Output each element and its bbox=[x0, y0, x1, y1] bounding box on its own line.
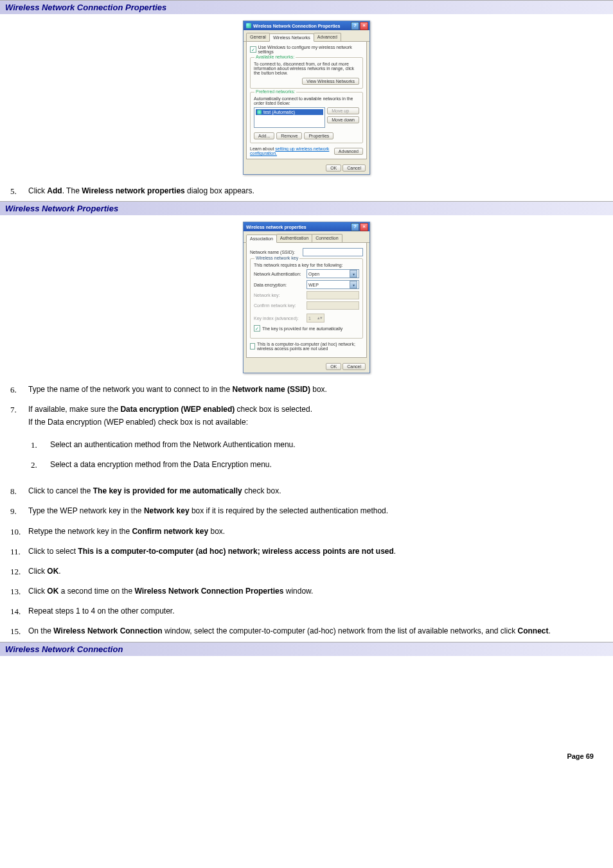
step-9: 9. Type the WEP network key in the Netwo… bbox=[0, 501, 613, 521]
tab-page: ✓ Use Windows to configure my wireless n… bbox=[246, 42, 367, 159]
wireless-icon bbox=[246, 23, 251, 28]
preferred-legend: Preferred networks: bbox=[254, 89, 296, 94]
help-button[interactable]: ? bbox=[351, 22, 359, 30]
auto-key-checkbox[interactable]: ✓ The key is provided for me automatical… bbox=[254, 325, 359, 332]
substep-2: 2. Select a data encryption method from … bbox=[28, 455, 600, 475]
step-6: 6. Type the name of the network you want… bbox=[0, 380, 613, 400]
step-5: 5. Click Add. The Wireless network prope… bbox=[0, 181, 613, 201]
list-item[interactable]: test (Automatic) bbox=[256, 109, 323, 115]
step-number: 5. bbox=[10, 185, 17, 199]
data-encryption-select[interactable]: WEP ▾ bbox=[306, 280, 359, 289]
help-button[interactable]: ? bbox=[351, 223, 359, 231]
dialog-footer: OK Cancel bbox=[244, 162, 369, 174]
tab-association[interactable]: Association bbox=[246, 235, 277, 243]
list-item-label: test (Automatic) bbox=[263, 110, 295, 114]
move-up-button[interactable]: Move up bbox=[327, 107, 359, 114]
step-number: 12. bbox=[10, 565, 21, 579]
preferred-text: Automatically connect to available netwo… bbox=[254, 96, 359, 105]
chevron-down-icon: ▾ bbox=[350, 281, 357, 288]
key-index-label: Key index (advanced): bbox=[254, 316, 304, 321]
available-text: To connect to, disconnect from, or find … bbox=[254, 62, 359, 75]
use-windows-checkbox[interactable]: ✓ Use Windows to configure my wireless n… bbox=[250, 45, 363, 54]
confirm-key-input bbox=[306, 301, 359, 310]
ok-button[interactable]: OK bbox=[326, 363, 341, 370]
step-7: 7. If available, make sure the Data encr… bbox=[0, 400, 613, 481]
step-number: 6. bbox=[10, 384, 17, 397]
network-key-label: Network key: bbox=[254, 293, 304, 297]
titlebar: Wireless Network Connection Properties ?… bbox=[244, 21, 369, 30]
network-icon bbox=[257, 110, 262, 114]
preferred-networks-list[interactable]: test (Automatic) bbox=[254, 107, 325, 128]
properties-button[interactable]: Properties bbox=[304, 132, 333, 139]
adhoc-label: This is a computer-to-computer (ad hoc) … bbox=[257, 342, 363, 351]
section-header-network-properties: Wireless Network Properties bbox=[0, 201, 613, 215]
tab-strip: Association Authentication Connection bbox=[244, 231, 369, 243]
enc-value: WEP bbox=[308, 283, 319, 287]
key-legend: Wireless network key bbox=[254, 256, 299, 260]
tab-strip: General Wireless Networks Advanced bbox=[244, 30, 369, 42]
tab-authentication[interactable]: Authentication bbox=[276, 234, 312, 242]
use-windows-label: Use Windows to configure my wireless net… bbox=[258, 45, 363, 54]
figure-connection-properties: Wireless Network Connection Properties ?… bbox=[0, 14, 613, 181]
step-number: 8. bbox=[10, 485, 17, 499]
key-text: This network requires a key for the foll… bbox=[254, 263, 359, 267]
confirm-key-label: Confirm network key: bbox=[254, 303, 304, 308]
add-button[interactable]: Add... bbox=[254, 132, 274, 139]
substep-number: 1. bbox=[31, 439, 37, 452]
figure-network-properties: Wireless network properties ? × Associat… bbox=[0, 215, 613, 380]
move-down-button[interactable]: Move down bbox=[327, 116, 359, 123]
dialog-footer: OK Cancel bbox=[244, 360, 369, 373]
adhoc-checkbox[interactable]: ✓ This is a computer-to-computer (ad hoc… bbox=[250, 342, 363, 351]
substep-1: 1. Select an authentication method from … bbox=[28, 435, 600, 455]
auto-key-label: The key is provided for me automatically bbox=[262, 326, 342, 331]
cancel-button[interactable]: Cancel bbox=[342, 164, 366, 172]
step-number: 14. bbox=[10, 605, 21, 619]
network-key-input bbox=[306, 291, 359, 299]
step-10: 10. Retype the network key in the Confir… bbox=[0, 522, 613, 542]
chevron-down-icon: ▾ bbox=[350, 270, 357, 278]
checkbox-icon: ✓ bbox=[254, 325, 260, 332]
dialog-connection-properties: Wireless Network Connection Properties ?… bbox=[243, 21, 370, 175]
dialog-title: Wireless Network Connection Properties bbox=[253, 24, 340, 28]
section-header-wireless-connection: Wireless Network Connection bbox=[0, 642, 613, 656]
ssid-input[interactable] bbox=[303, 248, 363, 256]
tab-connection[interactable]: Connection bbox=[312, 234, 342, 242]
step-number: 13. bbox=[10, 585, 21, 599]
close-button[interactable]: × bbox=[360, 223, 368, 231]
key-index-value: 1 bbox=[308, 316, 311, 321]
auth-value: Open bbox=[308, 272, 319, 276]
close-button[interactable]: × bbox=[360, 22, 368, 30]
section-header-connection-properties: Wireless Network Connection Properties bbox=[0, 0, 613, 14]
step-15: 15. On the Wireless Network Connection w… bbox=[0, 621, 613, 641]
step-number: 15. bbox=[10, 625, 21, 639]
step-number: 7. bbox=[10, 403, 17, 417]
dialog-title: Wireless network properties bbox=[246, 225, 306, 229]
network-authentication-select[interactable]: Open ▾ bbox=[306, 269, 359, 278]
tab-general[interactable]: General bbox=[246, 33, 270, 41]
learn-about-text: Learn about bbox=[250, 146, 275, 151]
tab-page: Network name (SSID): Wireless network ke… bbox=[246, 243, 367, 358]
advanced-button[interactable]: Advanced bbox=[334, 148, 363, 155]
step-8: 8. Click to cancel the The key is provid… bbox=[0, 481, 613, 501]
available-networks-group: Available networks: To connect to, disco… bbox=[250, 57, 363, 89]
step-11: 11. Click to select This is a computer-t… bbox=[0, 542, 613, 562]
tab-advanced[interactable]: Advanced bbox=[314, 33, 341, 41]
step-14: 14. Repeat steps 1 to 4 on the other com… bbox=[0, 601, 613, 621]
checkbox-icon: ✓ bbox=[250, 343, 255, 350]
checkbox-icon: ✓ bbox=[250, 46, 256, 53]
remove-button[interactable]: Remove bbox=[276, 132, 302, 139]
tab-wireless-networks[interactable]: Wireless Networks bbox=[269, 33, 314, 42]
step-number: 11. bbox=[10, 545, 21, 559]
step-number: 9. bbox=[10, 505, 17, 518]
step-number: 10. bbox=[10, 526, 21, 539]
step-12: 12. Click OK. bbox=[0, 562, 613, 581]
wireless-key-group: Wireless network key This network requir… bbox=[250, 258, 363, 339]
ok-button[interactable]: OK bbox=[326, 164, 341, 172]
key-index-spinner: 1▴▾ bbox=[306, 314, 324, 323]
ssid-label: Network name (SSID): bbox=[250, 250, 300, 254]
enc-label: Data encryption: bbox=[254, 283, 304, 287]
cancel-button[interactable]: Cancel bbox=[342, 363, 366, 370]
view-wireless-networks-button[interactable]: View Wireless Networks bbox=[302, 78, 359, 85]
substep-number: 2. bbox=[31, 459, 37, 472]
page-number: Page 69 bbox=[0, 733, 613, 766]
